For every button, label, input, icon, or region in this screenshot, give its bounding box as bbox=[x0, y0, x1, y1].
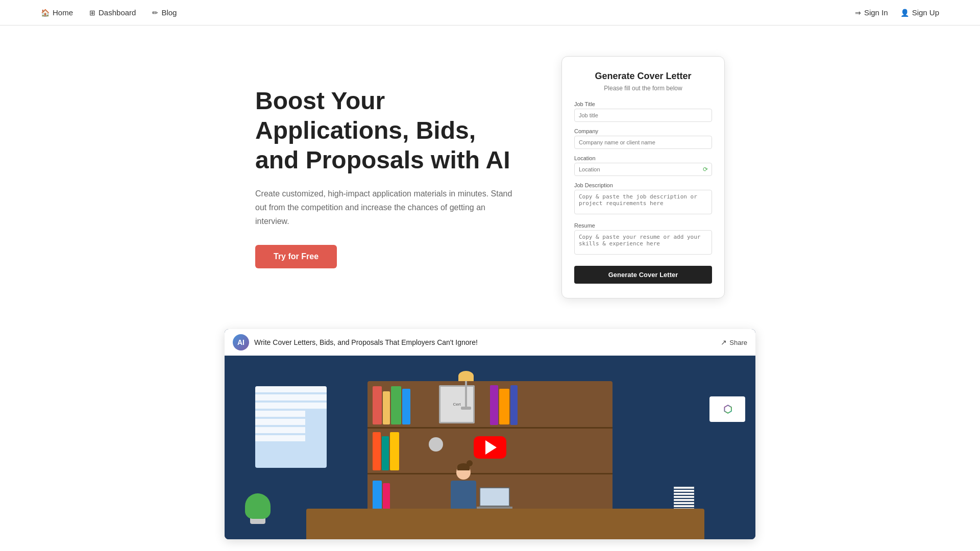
person-bun bbox=[467, 460, 473, 466]
paper-sheet bbox=[674, 499, 694, 501]
blind-slat bbox=[255, 427, 305, 433]
job-description-group: Job Description bbox=[574, 182, 712, 216]
paper-sheet bbox=[674, 496, 694, 498]
paper-stack bbox=[674, 487, 694, 511]
blind-slat bbox=[255, 403, 327, 409]
person bbox=[451, 465, 476, 511]
nav-left: 🏠 Home ⊞ Dashboard ✏ Blog bbox=[41, 8, 177, 17]
book bbox=[373, 432, 381, 470]
company-label: Company bbox=[574, 128, 712, 134]
person-head bbox=[456, 465, 471, 480]
location-input[interactable] bbox=[574, 163, 712, 176]
blind-slat bbox=[255, 419, 305, 425]
location-group: Location ⟳ bbox=[574, 155, 712, 176]
video-header-left: AI Write Cover Letters, Bids, and Propos… bbox=[233, 334, 478, 350]
job-title-input[interactable] bbox=[574, 109, 712, 122]
thumbnails: ⬡ bbox=[709, 396, 745, 426]
hero-left: Boost Your Applications, Bids, and Propo… bbox=[255, 86, 521, 268]
hero-title: Boost Your Applications, Bids, and Propo… bbox=[255, 86, 521, 174]
location-icon: ⟳ bbox=[703, 166, 708, 173]
lamp bbox=[458, 371, 474, 410]
location-wrapper: ⟳ bbox=[574, 163, 712, 176]
signup-icon: 👤 bbox=[900, 9, 909, 17]
book bbox=[499, 389, 509, 424]
nav-right: ⇒ Sign In 👤 Sign Up bbox=[855, 8, 939, 17]
resume-input[interactable] bbox=[574, 230, 712, 255]
resume-label: Resume bbox=[574, 222, 712, 229]
share-icon: ↗ bbox=[721, 338, 727, 346]
company-input[interactable] bbox=[574, 136, 712, 149]
location-label: Location bbox=[574, 155, 712, 161]
video-body: Cert bbox=[225, 356, 755, 539]
blind-slat bbox=[255, 386, 327, 392]
signin-icon: ⇒ bbox=[855, 9, 861, 17]
company-group: Company bbox=[574, 128, 712, 149]
dashboard-icon: ⊞ bbox=[89, 9, 95, 17]
plant-leaves bbox=[245, 493, 271, 519]
plant-element bbox=[245, 488, 271, 524]
nav-dashboard-label: Dashboard bbox=[99, 8, 136, 17]
hero-section: Boost Your Applications, Bids, and Propo… bbox=[184, 26, 796, 319]
person-body bbox=[451, 481, 476, 511]
blind-slat bbox=[255, 435, 305, 441]
play-icon bbox=[485, 440, 497, 455]
hero-subtitle: Create customized, high-impact applicati… bbox=[255, 187, 521, 229]
video-title: Write Cover Letters, Bids, and Proposals… bbox=[254, 338, 478, 346]
generate-button[interactable]: Generate Cover Letter bbox=[574, 266, 712, 284]
paper-sheet bbox=[674, 493, 694, 495]
play-button[interactable] bbox=[474, 436, 506, 459]
book bbox=[510, 385, 518, 425]
try-for-free-button[interactable]: Try for Free bbox=[255, 245, 337, 268]
job-description-input[interactable] bbox=[574, 190, 712, 214]
paper-sheet bbox=[674, 505, 694, 507]
job-title-group: Job Title bbox=[574, 101, 712, 122]
book bbox=[382, 436, 389, 470]
book bbox=[490, 385, 498, 425]
video-scene: Cert bbox=[225, 356, 755, 539]
paper-sheet bbox=[674, 487, 694, 489]
desk bbox=[306, 509, 704, 539]
video-container: AI Write Cover Letters, Bids, and Propos… bbox=[225, 329, 755, 539]
book bbox=[390, 432, 399, 470]
lamp-head bbox=[458, 371, 474, 381]
shelf-item bbox=[429, 437, 443, 452]
nav-signup-label: Sign Up bbox=[912, 8, 939, 17]
navbar: 🏠 Home ⊞ Dashboard ✏ Blog ⇒ Sign In 👤 Si… bbox=[0, 0, 980, 26]
resume-group: Resume bbox=[574, 222, 712, 257]
nav-signin[interactable]: ⇒ Sign In bbox=[855, 8, 888, 17]
shelf-row bbox=[368, 427, 612, 429]
book bbox=[391, 386, 401, 424]
laptop-screen bbox=[479, 487, 510, 507]
home-icon: 🏠 bbox=[41, 9, 50, 17]
nav-blog[interactable]: ✏ Blog bbox=[152, 8, 177, 17]
nav-home-label: Home bbox=[53, 8, 73, 17]
nav-home[interactable]: 🏠 Home bbox=[41, 8, 73, 17]
nav-blog-label: Blog bbox=[161, 8, 177, 17]
job-description-label: Job Description bbox=[574, 182, 712, 188]
channel-initial: AI bbox=[237, 338, 244, 346]
nav-dashboard[interactable]: ⊞ Dashboard bbox=[89, 8, 136, 17]
book bbox=[373, 386, 382, 424]
window-element bbox=[255, 386, 327, 468]
shelf-row bbox=[368, 473, 612, 474]
channel-avatar: AI bbox=[233, 334, 249, 350]
book bbox=[383, 391, 390, 424]
lamp-base bbox=[461, 407, 471, 410]
share-button[interactable]: ↗ Share bbox=[721, 338, 747, 346]
share-label: Share bbox=[729, 339, 747, 346]
card-title: Generate Cover Letter bbox=[574, 71, 712, 82]
video-header: AI Write Cover Letters, Bids, and Propos… bbox=[225, 329, 755, 356]
nav-signup[interactable]: 👤 Sign Up bbox=[900, 8, 939, 17]
book bbox=[402, 389, 410, 424]
hero-right: Generate Cover Letter Please fill out th… bbox=[561, 56, 725, 298]
nav-signin-label: Sign In bbox=[864, 8, 888, 17]
laptop bbox=[479, 487, 512, 510]
thumb-card: ⬡ bbox=[709, 396, 745, 422]
paper-sheet bbox=[674, 490, 694, 492]
cover-letter-card: Generate Cover Letter Please fill out th… bbox=[561, 56, 725, 298]
video-section: AI Write Cover Letters, Bids, and Propos… bbox=[184, 319, 796, 551]
thumb-logo: ⬡ bbox=[723, 403, 732, 415]
blind-slat bbox=[255, 394, 327, 400]
lamp-stem bbox=[465, 381, 467, 407]
job-title-label: Job Title bbox=[574, 101, 712, 107]
